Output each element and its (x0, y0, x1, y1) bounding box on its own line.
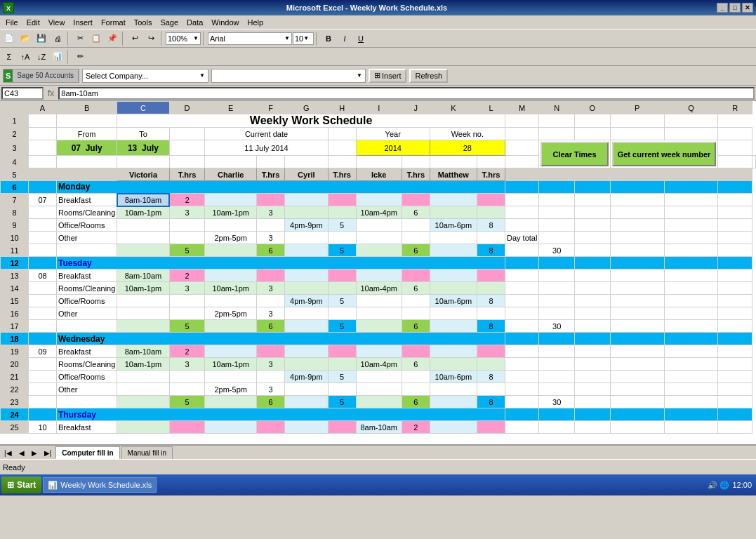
cell-k16[interactable] (430, 307, 477, 320)
cell-j21[interactable] (402, 371, 430, 383)
cell-f11[interactable]: 6 (257, 244, 285, 257)
cut-button[interactable]: ✂ (72, 31, 88, 46)
cell-e22[interactable]: 2pm-5pm (205, 383, 257, 396)
menu-format[interactable]: Format (97, 17, 130, 28)
cell-f25[interactable] (257, 421, 285, 434)
menu-help[interactable]: Help (243, 17, 267, 28)
underline-button[interactable]: U (353, 31, 369, 46)
cell-d25[interactable] (169, 421, 205, 434)
cell-j17[interactable]: 6 (402, 320, 430, 333)
bold-button[interactable]: B (321, 31, 336, 46)
cell-f22[interactable]: 3 (257, 383, 285, 396)
cell-h15[interactable]: 5 (328, 295, 356, 307)
cell-c14[interactable]: 10am-1pm (117, 282, 169, 295)
cell-k8[interactable] (430, 206, 477, 219)
cell-c13[interactable]: 8am-10am (117, 270, 169, 282)
cell-clear-times[interactable]: Clear Times (539, 140, 610, 168)
cell-g7[interactable] (285, 194, 329, 206)
cell-h25[interactable] (328, 421, 356, 434)
col-c[interactable]: C (117, 102, 169, 114)
select-company-dropdown[interactable]: Select Company... ▼ (82, 69, 208, 83)
cell-d16[interactable] (169, 307, 205, 320)
menu-edit[interactable]: Edit (22, 17, 44, 28)
cell-j8[interactable]: 6 (402, 206, 430, 219)
italic-button[interactable]: I (337, 31, 352, 46)
cell-d23[interactable]: 5 (169, 396, 205, 408)
taskbar-excel[interactable]: 📊 Weekly Work Schedule.xls (43, 477, 157, 493)
cell-i25[interactable]: 8am-10am (356, 421, 402, 434)
sort-desc-button[interactable]: ↓Z (34, 49, 49, 65)
cell-i8[interactable]: 10am-4pm (356, 206, 402, 219)
cell-e16[interactable]: 2pm-5pm (205, 307, 257, 320)
cell-d21[interactable] (169, 371, 205, 383)
start-button[interactable]: ⊞ Start (1, 477, 41, 493)
menu-window[interactable]: Window (207, 17, 243, 28)
cell-h22[interactable] (328, 383, 356, 396)
cell-c10[interactable] (117, 232, 169, 244)
cell-g9[interactable]: 4pm-9pm (285, 219, 329, 232)
col-k[interactable]: K (430, 102, 477, 114)
cell-h14[interactable] (328, 282, 356, 295)
cell-k25[interactable] (430, 421, 477, 434)
cell-h9[interactable]: 5 (328, 219, 356, 232)
col-f[interactable]: F (257, 102, 285, 114)
cell-c15[interactable] (117, 295, 169, 307)
col-n[interactable]: N (539, 102, 575, 114)
cell-k10[interactable] (430, 232, 477, 244)
font-size-box[interactable]: 10 ▼ (293, 32, 314, 45)
cell-l7[interactable] (477, 194, 505, 206)
cell-d7[interactable]: 2 (169, 194, 205, 206)
cell-l9[interactable]: 8 (477, 219, 505, 232)
cell-k3[interactable]: 28 (430, 140, 505, 156)
copy-button[interactable]: 📋 (88, 31, 104, 46)
cell-h13[interactable] (328, 270, 356, 282)
cell-d19[interactable]: 2 (169, 345, 205, 358)
col-o[interactable]: O (575, 102, 611, 114)
tab-nav-first[interactable]: |◀ (1, 446, 15, 459)
print-button[interactable]: 🖨 (50, 31, 65, 46)
cell-i10[interactable] (356, 232, 402, 244)
cell-j11[interactable]: 6 (402, 244, 430, 257)
open-button[interactable]: 📂 (18, 31, 33, 46)
cell-f10[interactable]: 3 (257, 232, 285, 244)
cell-j22[interactable] (402, 383, 430, 396)
col-e[interactable]: E (205, 102, 257, 114)
paste-button[interactable]: 📌 (105, 31, 120, 46)
tab-nav-next[interactable]: ▶ (29, 446, 40, 459)
cell-j19[interactable] (402, 345, 430, 358)
col-p[interactable]: P (610, 102, 664, 114)
cell-f17[interactable]: 6 (257, 320, 285, 333)
cell-j25[interactable]: 2 (402, 421, 430, 434)
clear-times-button[interactable]: Clear Times (541, 142, 608, 166)
cell-k7[interactable] (430, 194, 477, 206)
cell-g16[interactable] (285, 307, 329, 320)
cell-l19[interactable] (477, 345, 505, 358)
cell-e10[interactable]: 2pm-5pm (205, 232, 257, 244)
cell-g15[interactable]: 4pm-9pm (285, 295, 329, 307)
zoom-box[interactable]: 100% ▼ (166, 32, 201, 45)
company-name-dropdown[interactable]: ▼ (211, 69, 366, 83)
cell-k14[interactable] (430, 282, 477, 295)
col-m[interactable]: M (505, 102, 538, 114)
cell-i7[interactable] (356, 194, 402, 206)
col-j[interactable]: J (402, 102, 430, 114)
cell-h23[interactable]: 5 (328, 396, 356, 408)
cell-j9[interactable] (402, 219, 430, 232)
cell-d13[interactable]: 2 (169, 270, 205, 282)
cell-i3[interactable]: 2014 (356, 140, 430, 156)
col-g[interactable]: G (285, 102, 329, 114)
chart-wizard-button[interactable]: 📊 (50, 49, 65, 65)
cell-k20[interactable] (430, 358, 477, 371)
cell-f9[interactable] (257, 219, 285, 232)
menu-view[interactable]: View (44, 17, 69, 28)
get-current-week-button[interactable]: Get current week number (612, 142, 717, 166)
cell-e14[interactable]: 10am-1pm (205, 282, 257, 295)
cell-d11[interactable]: 5 (169, 244, 205, 257)
tab-nav-last[interactable]: ▶| (41, 446, 55, 459)
col-b[interactable]: B (57, 102, 117, 114)
minimize-button[interactable]: _ (717, 3, 728, 13)
cell-i14[interactable]: 10am-4pm (356, 282, 402, 295)
cell-f15[interactable] (257, 295, 285, 307)
cell-c3[interactable]: 13 July (117, 140, 169, 156)
cell-d20[interactable]: 3 (169, 358, 205, 371)
